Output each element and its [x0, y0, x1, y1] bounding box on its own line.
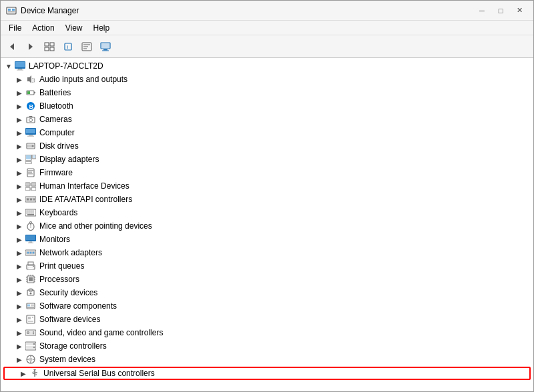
tree-item-security[interactable]: ▶ Security devices: [1, 286, 533, 299]
svg-marker-5: [29, 43, 33, 50]
svg-point-81: [27, 252, 29, 254]
back-button[interactable]: [3, 38, 21, 55]
menu-view[interactable]: View: [60, 22, 88, 34]
tree-root[interactable]: ▼ LAPTOP-7ADCLT2D: [1, 59, 533, 73]
cameras-chevron: ▶: [14, 114, 25, 125]
usb-chevron: ▶: [18, 368, 29, 379]
tree-item-monitors[interactable]: ▶ Monitors: [1, 233, 533, 246]
tree-item-software-components[interactable]: ▶ Software components: [1, 299, 533, 313]
tree-item-keyboards[interactable]: ▶ Keyboards: [1, 206, 533, 219]
tree-item-computer[interactable]: ▶ Computer: [1, 126, 533, 139]
tree-item-storage[interactable]: ▶ Storage controllers: [1, 339, 533, 353]
svg-rect-35: [26, 129, 35, 133]
svg-point-131: [36, 372, 37, 373]
processors-icon: [25, 274, 37, 285]
display-label: Display adapters: [39, 155, 99, 164]
root-chevron: ▼: [3, 61, 14, 71]
tree-item-mice[interactable]: ▶ Mice and other pointing devices: [1, 219, 533, 233]
software-components-icon: [25, 301, 37, 311]
tree-item-ide[interactable]: ▶ IDE ATA/ATAPI controllers: [1, 193, 533, 206]
sound-chevron: ▶: [14, 327, 25, 338]
computer-item-label: Computer: [39, 128, 75, 137]
svg-text:i: i: [67, 44, 69, 50]
svg-text:)))): )))): [32, 77, 35, 83]
tree-item-processors[interactable]: ▶ Processors: [1, 273, 533, 286]
svg-point-83: [33, 252, 35, 254]
batteries-label: Batteries: [39, 88, 71, 97]
svg-rect-2: [12, 9, 15, 11]
svg-rect-3: [8, 11, 15, 13]
tree-item-cameras[interactable]: ▶ Cameras: [1, 113, 533, 126]
svg-rect-109: [28, 321, 33, 322]
hid-chevron: ▶: [14, 181, 25, 191]
svg-rect-63: [29, 211, 30, 212]
hid-label: Human Interface Devices: [39, 181, 129, 191]
tree-item-disk[interactable]: ▶ Disk drives: [1, 139, 533, 153]
properties-button[interactable]: [78, 38, 95, 55]
cameras-icon: [25, 114, 37, 125]
tree-item-sound[interactable]: ▶ Sound, video and game controllers: [1, 326, 533, 339]
window-title: Device Manager: [21, 6, 473, 15]
svg-rect-58: [27, 199, 29, 201]
svg-rect-27: [34, 92, 35, 93]
processors-label: Processors: [39, 275, 79, 284]
firmware-chevron: ▶: [14, 167, 25, 178]
info-button[interactable]: i: [59, 38, 77, 55]
tree-item-system[interactable]: ▶ System devices: [1, 353, 533, 366]
svg-marker-128: [33, 369, 36, 371]
print-chevron: ▶: [14, 261, 25, 271]
close-button[interactable]: ✕: [511, 4, 528, 17]
svg-rect-37: [27, 136, 34, 137]
computer-button[interactable]: [41, 38, 58, 55]
menu-help[interactable]: Help: [88, 22, 115, 34]
tree-item-batteries[interactable]: ▶ Batteries: [1, 86, 533, 99]
svg-rect-77: [29, 242, 32, 243]
display-icon: [25, 154, 37, 165]
svg-rect-52: [25, 187, 30, 191]
ide-icon: [25, 194, 37, 205]
svg-marker-33: [29, 116, 33, 117]
tree-item-firmware[interactable]: ▶ Firmware: [1, 166, 533, 179]
svg-rect-67: [29, 213, 30, 214]
tree-item-network[interactable]: ▶ Network adapters: [1, 246, 533, 259]
menu-file[interactable]: File: [3, 22, 27, 34]
root-label: LAPTOP-7ADCLT2D: [29, 61, 103, 71]
sound-label: Sound, video and game controllers: [39, 328, 163, 337]
tree-item-bluetooth[interactable]: ▶ B Bluetooth: [1, 99, 533, 113]
window-controls: ─ □ ✕: [473, 4, 528, 17]
monitors-chevron: ▶: [14, 234, 25, 245]
tree-item-usb[interactable]: ▶ Universal Serial Bus controllers: [3, 367, 531, 380]
forward-button[interactable]: [22, 38, 39, 55]
tree-item-audio[interactable]: ▶ )))) Audio inputs and outputs: [1, 73, 533, 86]
svg-text:B: B: [29, 103, 34, 110]
device-tree-content[interactable]: ▼ LAPTOP-7ADCLT2D ▶ )))) Audio inputs: [1, 58, 533, 391]
minimize-button[interactable]: ─: [473, 4, 491, 17]
monitor-button[interactable]: [97, 38, 114, 55]
batteries-chevron: ▶: [14, 87, 25, 98]
network-label: Network adapters: [39, 248, 102, 257]
keyboards-chevron: ▶: [14, 207, 25, 218]
network-chevron: ▶: [14, 247, 25, 258]
svg-rect-104: [31, 305, 34, 307]
bluetooth-chevron: ▶: [14, 101, 25, 111]
maximize-button[interactable]: □: [492, 4, 509, 17]
svg-point-32: [29, 119, 33, 122]
svg-rect-44: [33, 155, 35, 158]
tree-item-software-devices[interactable]: ▶ Software devices: [1, 313, 533, 326]
processors-chevron: ▶: [14, 274, 25, 285]
svg-point-113: [27, 332, 29, 333]
toolbar: i: [1, 35, 533, 58]
menu-action[interactable]: Action: [27, 22, 59, 34]
tree-item-print[interactable]: ▶ Print queues: [1, 259, 533, 273]
ide-label: IDE ATA/ATAPI controllers: [39, 195, 132, 204]
svg-rect-65: [33, 211, 34, 212]
monitors-icon: [25, 234, 37, 245]
firmware-icon: [25, 167, 37, 178]
system-chevron: ▶: [14, 354, 25, 365]
tree-item-display[interactable]: ▶ Display adapters: [1, 153, 533, 166]
tree-item-hid[interactable]: ▶ Human Interface Devices: [1, 179, 533, 193]
svg-rect-108: [32, 317, 33, 318]
svg-point-114: [33, 331, 34, 333]
svg-rect-53: [31, 187, 36, 191]
svg-rect-54: [26, 183, 29, 185]
